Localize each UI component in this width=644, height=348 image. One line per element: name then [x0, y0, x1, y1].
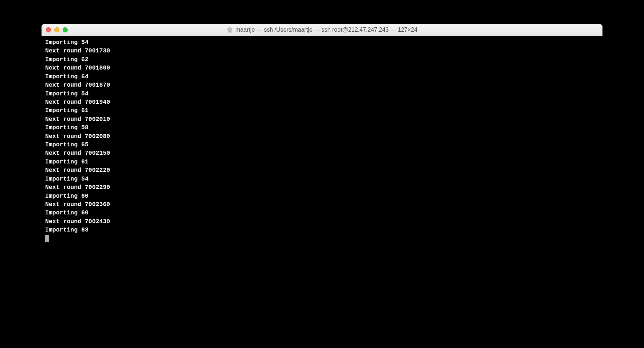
terminal-output-line: Next round 7001730: [45, 47, 599, 55]
title-bar[interactable]: maartje — ssh /Users/maartje — ssh root@…: [42, 24, 602, 36]
cursor: [45, 235, 49, 242]
terminal-output-line: Next round 7002150: [45, 149, 599, 157]
title-content: maartje — ssh /Users/maartje — ssh root@…: [42, 27, 602, 33]
terminal-output-line: Next round 7002010: [45, 115, 599, 123]
terminal-output-line: Importing 63: [45, 226, 599, 234]
terminal-output-line: Importing 60: [45, 209, 599, 217]
terminal-output-line: Next round 7001800: [45, 64, 599, 72]
terminal-output-line: Importing 58: [45, 123, 599, 132]
terminal-output-line: Importing 65: [45, 141, 599, 149]
terminal-output-line: Next round 7002080: [45, 132, 599, 141]
zoom-button[interactable]: [63, 27, 68, 32]
terminal-output-line: Next round 7002290: [45, 183, 599, 191]
terminal-output-line: Next round 7002360: [45, 200, 599, 209]
terminal-output-line: Importing 54: [45, 90, 599, 98]
traffic-lights: [46, 27, 68, 32]
terminal-output-line: Importing 61: [45, 158, 599, 166]
terminal-output-line: Importing 60: [45, 192, 599, 200]
terminal-output-line: Next round 7002220: [45, 166, 599, 174]
home-icon: [227, 27, 233, 33]
terminal-window: maartje — ssh /Users/maartje — ssh root@…: [42, 24, 602, 291]
close-button[interactable]: [46, 27, 51, 32]
terminal-output-line: Importing 62: [45, 55, 599, 64]
terminal-output-line: Next round 7001870: [45, 81, 599, 89]
terminal-output-line: Importing 54: [45, 38, 599, 47]
window-title: maartje — ssh /Users/maartje — ssh root@…: [235, 27, 417, 33]
terminal-output-line: Next round 7001940: [45, 98, 599, 106]
svg-rect-0: [228, 29, 232, 32]
terminal-cursor-line: [45, 234, 599, 243]
terminal-body[interactable]: Importing 54Next round 7001730Importing …: [42, 36, 602, 291]
terminal-output-line: Importing 64: [45, 72, 599, 81]
terminal-output-line: Importing 61: [45, 106, 599, 115]
svg-rect-1: [229, 31, 231, 32]
terminal-output-line: Importing 54: [45, 175, 599, 183]
terminal-output-line: Next round 7002430: [45, 217, 599, 226]
minimize-button[interactable]: [54, 27, 59, 32]
